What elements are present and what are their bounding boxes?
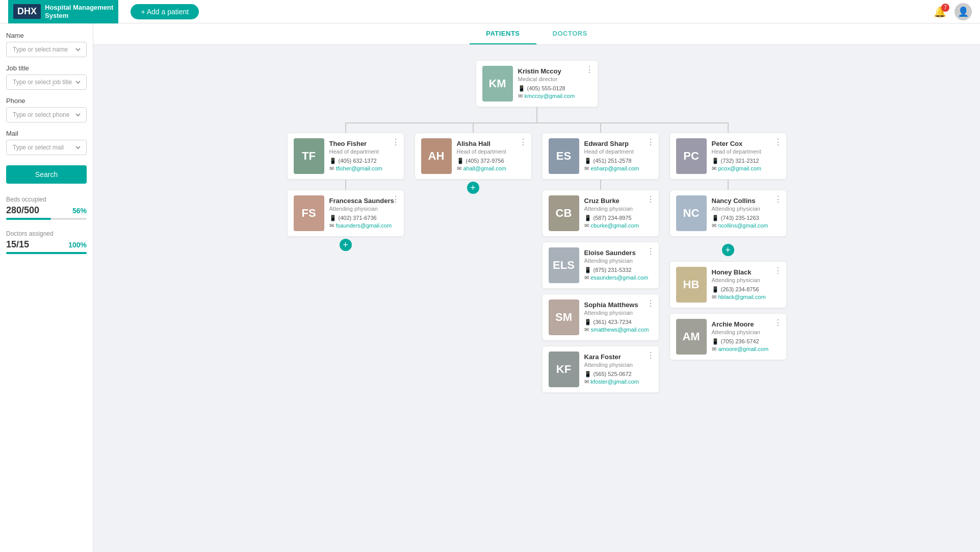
- doc-email-link-edward[interactable]: esharp@gmail.com: [591, 165, 639, 171]
- doc-menu-kristin[interactable]: ⋮: [585, 65, 594, 74]
- sidebar: Name Type or select name Job title Type …: [0, 23, 93, 552]
- doc-title-kristin: Medical director: [518, 76, 591, 82]
- doc-phone-alisha: 📱 (405) 372-9756: [457, 158, 525, 164]
- tab-patients[interactable]: PATIENTS: [470, 23, 536, 44]
- mail-icon-edward: ✉: [584, 165, 589, 172]
- search-label: Search: [35, 170, 58, 179]
- doc-card-honey: HB Honey Black Attending physician 📱 (26…: [669, 261, 787, 308]
- doc-email-nancy: ✉ ncollins@gmail.com: [712, 222, 780, 229]
- doc-email-link-kara[interactable]: kfoster@gmail.com: [591, 379, 639, 385]
- stat-doctors-bar-bg: [6, 252, 87, 254]
- filter-name-select[interactable]: Type or select name: [6, 42, 87, 57]
- doc-card-kara: KF Kara Foster Attending physician 📱 (56…: [542, 346, 659, 393]
- doc-email-link-nancy[interactable]: ncollins@gmail.com: [718, 222, 768, 229]
- doc-info-archie: Archie Moore Attending physician 📱 (705)…: [712, 320, 780, 354]
- doc-phone-edward: 📱 (451) 251-2578: [584, 158, 653, 164]
- doc-photo-archie: AM: [676, 319, 707, 355]
- doc-email-link-francesca[interactable]: fsaunders@gmail.com: [336, 222, 392, 229]
- search-button[interactable]: Search: [6, 165, 87, 184]
- stat-beds-pct: 56%: [72, 207, 87, 215]
- doc-email-link-honey[interactable]: hblack@gmail.com: [718, 294, 766, 300]
- doc-menu-nancy[interactable]: ⋮: [774, 194, 782, 204]
- notification-button[interactable]: 🔔 7: [934, 6, 946, 18]
- org-chart-area: KM Kristin Mccoy Medical director 📱 (405…: [93, 45, 980, 408]
- filter-mail-input[interactable]: Type or select mail: [11, 143, 82, 152]
- stat-beds-value: 280/500: [6, 205, 39, 216]
- doc-menu-sophia[interactable]: ⋮: [647, 298, 655, 308]
- doc-email-link-cruz[interactable]: cburke@gmail.com: [591, 222, 639, 229]
- filter-name-group: Name Type or select name: [6, 32, 87, 57]
- filter-jobtitle-input[interactable]: Type or select job title: [11, 78, 82, 86]
- filter-phone-select[interactable]: Type or select phone: [6, 107, 87, 122]
- add-child-alisha[interactable]: +: [467, 182, 479, 194]
- filter-mail-label: Mail: [6, 130, 87, 137]
- stat-doctors-bar-fill: [6, 252, 87, 254]
- filter-phone-label: Phone: [6, 97, 87, 105]
- add-child-francesca[interactable]: +: [340, 239, 352, 251]
- doc-menu-theo[interactable]: ⋮: [392, 137, 400, 147]
- filter-jobtitle-select[interactable]: Type or select job title: [6, 74, 87, 90]
- mail-icon-archie: ✉: [712, 346, 716, 353]
- doc-menu-archie[interactable]: ⋮: [774, 318, 782, 328]
- tab-doctors[interactable]: DOCTORS: [536, 23, 604, 44]
- filter-jobtitle-label: Job title: [6, 64, 87, 72]
- phone-icon-francesca: 📱: [329, 215, 337, 221]
- phone-icon-nancy: 📱: [712, 215, 719, 221]
- doc-phone-cruz: 📱 (587) 234-8975: [584, 215, 653, 221]
- peter-children: NC Nancy Collins Attending physician 📱 (…: [669, 190, 787, 360]
- doc-photo-edward: ES: [549, 138, 579, 174]
- doc-photo-francesca: FS: [294, 195, 324, 231]
- mail-icon-eloise: ✉: [584, 274, 589, 281]
- doc-email-link-theo[interactable]: tfisher@gmail.com: [336, 165, 382, 171]
- main-layout: Name Type or select name Job title Type …: [0, 23, 980, 552]
- doc-email-kristin: ✉ kmccoy@gmail.com: [518, 93, 591, 99]
- doc-email-honey: ✉ hblack@gmail.com: [712, 294, 780, 300]
- mail-icon-francesca: ✉: [329, 222, 334, 229]
- main-content: PATIENTS DOCTORS KM Kristin Mccoy Medica…: [93, 23, 980, 552]
- doc-menu-kara[interactable]: ⋮: [647, 350, 655, 360]
- doc-card-cruz: CB Cruz Burke Attending physician 📱 (587…: [542, 190, 659, 237]
- avatar[interactable]: 👤: [955, 3, 972, 20]
- doc-title-alisha: Head of department: [457, 148, 525, 155]
- doc-email-link-archie[interactable]: amoore@gmail.com: [718, 346, 769, 352]
- mail-icon-alisha: ✉: [457, 165, 461, 172]
- doc-title-edward: Head of department: [584, 148, 653, 155]
- mail-icon-sophia: ✉: [584, 327, 589, 333]
- doc-email-link-sophia[interactable]: smatthews@gmail.com: [591, 327, 649, 333]
- doc-email-link-kristin[interactable]: kmccoy@gmail.com: [525, 93, 575, 99]
- phone-icon: 📱: [518, 85, 525, 92]
- doc-email-link-alisha[interactable]: ahall@gmail.com: [463, 165, 507, 171]
- add-child-nancy[interactable]: +: [722, 244, 734, 256]
- filter-jobtitle-group: Job title Type or select job title: [6, 64, 87, 90]
- doc-phone-kristin: 📱 (405) 555-0128: [518, 85, 591, 92]
- doc-email-link-peter[interactable]: pcox@gmail.com: [718, 165, 762, 171]
- v-connector-alisha-top: [473, 122, 474, 133]
- doc-email-link-eloise[interactable]: esaunders@gmail.com: [591, 274, 649, 281]
- doc-name-eloise: Eloise Saunders: [584, 249, 653, 257]
- doc-menu-peter[interactable]: ⋮: [774, 137, 782, 147]
- doc-email-sophia: ✉ smatthews@gmail.com: [584, 327, 653, 333]
- filter-name-input[interactable]: Type or select name: [11, 45, 82, 54]
- doc-card-sophia: SM Sophia Matthews Attending physician 📱…: [542, 294, 659, 341]
- stat-beds: Beds occupied 280/500 56%: [6, 196, 87, 220]
- doc-name-alisha: Alisha Hall: [457, 140, 525, 147]
- v-connector-theo-top: [345, 122, 346, 133]
- doc-phone-eloise: 📱 (875) 231-5332: [584, 267, 653, 273]
- doc-menu-edward[interactable]: ⋮: [647, 137, 655, 147]
- doc-info-alisha: Alisha Hall Head of department 📱 (405) 3…: [457, 140, 525, 173]
- doc-name-kara: Kara Foster: [584, 353, 653, 361]
- doc-menu-cruz[interactable]: ⋮: [647, 194, 655, 204]
- filter-mail-select[interactable]: Type or select mail: [6, 140, 87, 155]
- add-patient-button[interactable]: + Add a patient: [131, 4, 199, 19]
- stat-doctors-value: 15/15: [6, 239, 29, 250]
- stats-section: Beds occupied 280/500 56% Doctors assign…: [6, 196, 87, 264]
- doc-email-cruz: ✉ cburke@gmail.com: [584, 222, 653, 229]
- doc-phone-francesca: 📱 (402) 371-6736: [329, 215, 398, 221]
- doc-menu-alisha[interactable]: ⋮: [519, 137, 527, 147]
- doc-menu-francesca[interactable]: ⋮: [392, 194, 400, 204]
- filter-phone-input[interactable]: Type or select phone: [11, 111, 82, 119]
- stat-doctors-pct: 100%: [68, 241, 87, 249]
- doc-menu-honey[interactable]: ⋮: [774, 266, 782, 275]
- doc-menu-eloise[interactable]: ⋮: [647, 246, 655, 256]
- doc-photo-cruz: CB: [549, 195, 579, 231]
